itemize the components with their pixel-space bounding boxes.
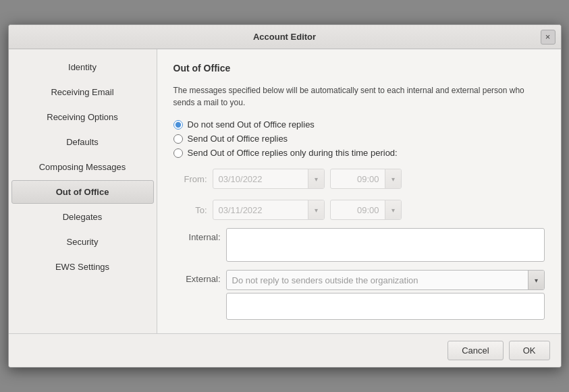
radio-no-reply-label: Do not send Out of Office replies [188,119,315,130]
external-fields: Do not reply to senders outside the orga… [226,270,545,320]
to-time-group: ▾ [330,200,402,220]
sidebar-item-composing-messages[interactable]: Composing Messages [11,155,154,179]
account-editor-dialog: Account Editor × Identity Receiving Emai… [8,24,562,368]
radio-send-period-label: Send Out of Office replies only during t… [188,148,398,158]
sidebar-item-ews-settings[interactable]: EWS Settings [11,255,154,279]
title-bar: Account Editor × [9,25,561,49]
radio-no-reply[interactable]: Do not send Out of Office replies [173,119,545,130]
sidebar-item-receiving-options[interactable]: Receiving Options [11,105,154,129]
from-row: From: ▾ ▾ [173,169,545,189]
to-date-group: ▾ [213,200,325,220]
from-time-input[interactable] [331,171,385,187]
to-date-input[interactable] [213,202,308,218]
internal-textarea[interactable] [226,228,545,262]
main-content: Out of Office The messages specified bel… [157,49,561,333]
external-textarea[interactable] [226,293,545,320]
radio-send-replies-label: Send Out of Office replies [188,134,288,144]
cancel-button[interactable]: Cancel [448,341,503,360]
internal-label: Internal: [173,228,221,242]
close-button[interactable]: × [541,30,556,45]
external-select-text: Do not reply to senders outside the orga… [227,272,528,289]
sidebar-item-receiving-email[interactable]: Receiving Email [11,80,154,104]
sidebar-item-security[interactable]: Security [11,230,154,254]
external-label: External: [173,270,221,284]
dialog-title: Account Editor [253,32,316,42]
radio-no-reply-input[interactable] [173,120,183,130]
sidebar-item-delegates[interactable]: Delegates [11,205,154,229]
to-time-arrow[interactable]: ▾ [385,200,401,219]
ok-button[interactable]: OK [509,341,550,360]
from-time-arrow[interactable]: ▾ [385,169,401,188]
radio-send-period-input[interactable] [173,148,183,158]
sidebar-item-out-of-office[interactable]: Out of Office [11,180,154,204]
external-select-arrow[interactable]: ▾ [528,271,544,289]
sidebar-item-identity[interactable]: Identity [11,55,154,79]
dialog-footer: Cancel OK [9,333,561,367]
sidebar: Identity Receiving Email Receiving Optio… [9,49,157,333]
from-label: From: [173,174,207,184]
close-icon: × [545,32,551,41]
description-text: The messages specified below will be aut… [173,84,545,109]
to-row: To: ▾ ▾ [173,200,545,220]
dialog-body: Identity Receiving Email Receiving Optio… [9,49,561,333]
from-time-group: ▾ [330,169,402,189]
radio-send-period[interactable]: Send Out of Office replies only during t… [173,148,545,158]
to-date-arrow[interactable]: ▾ [308,200,324,219]
radio-group: Do not send Out of Office replies Send O… [173,119,545,158]
radio-send-replies[interactable]: Send Out of Office replies [173,134,545,144]
sidebar-item-defaults[interactable]: Defaults [11,130,154,154]
internal-row: Internal: [173,228,545,262]
radio-send-replies-input[interactable] [173,134,183,144]
external-row: External: Do not reply to senders outsid… [173,270,545,320]
from-date-arrow[interactable]: ▾ [308,169,324,188]
from-date-input[interactable] [213,171,308,187]
to-time-input[interactable] [331,202,385,218]
external-select-wrapper[interactable]: Do not reply to senders outside the orga… [226,270,545,290]
to-label: To: [173,205,207,215]
from-date-group: ▾ [213,169,325,189]
section-title: Out of Office [173,63,545,74]
